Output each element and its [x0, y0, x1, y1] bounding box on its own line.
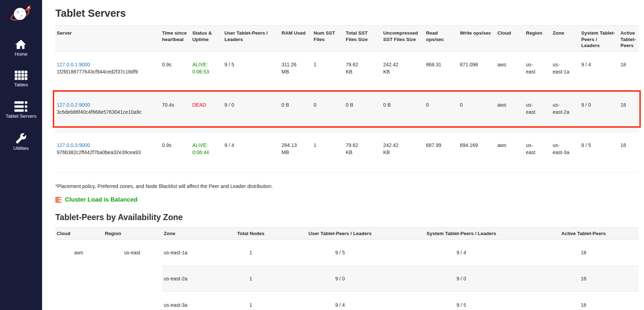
utilities-icon — [15, 133, 27, 144]
col-active-peers: Active Tablet-Peers — [619, 25, 639, 51]
cell-system-peers: 9 / 5 — [394, 292, 530, 310]
cell-read-ops: 687.99 — [425, 132, 458, 172]
col-active-peers: Active Tablet-Peers — [530, 228, 639, 240]
cell-user-peers: 9 / 4 — [223, 132, 280, 172]
cell-user-peers: 9 / 5 — [287, 240, 394, 266]
server-uuid: 1f2fd188777643cf944ced2f37c18df9 — [57, 69, 138, 75]
col-zone: Zone — [162, 228, 216, 240]
status-badge: ALIVE: — [192, 62, 208, 67]
cell-uncompressed-sst: 0 B — [383, 101, 391, 108]
az-section-title: Tablet-Peers by Availability Zone — [55, 213, 639, 223]
tablet-servers-table: Server Time since heartbeat Status & Upt… — [55, 25, 639, 173]
col-system-peers: System Tablet-Peers / Leaders — [394, 228, 530, 240]
cell-zone: us-east-3a — [553, 142, 571, 156]
cluster-load-label: Cluster Load is Balanced — [65, 196, 137, 203]
cell-user-peers: 9 / 4 — [287, 292, 394, 310]
col-region: Region — [524, 25, 551, 51]
cell-sst-size: 79.62 KB — [346, 142, 365, 156]
sidebar-item-tablet-servers[interactable]: Tablet Servers — [0, 101, 42, 119]
table-row: aws us-east us-east-1a 1 9 / 5 9 / 4 18 — [55, 240, 639, 266]
sidebar: Home Tables Tablet Servers — [0, 0, 42, 310]
cell-region: us-east — [526, 142, 541, 156]
sidebar-item-utilities[interactable]: Utilities — [0, 133, 42, 151]
cell-heartbeat: 70.4s — [161, 92, 191, 132]
servers-header-row: Server Time since heartbeat Status & Upt… — [55, 25, 639, 51]
cell-read-ops: 868.31 — [425, 51, 458, 92]
server-uuid: 976b382c2ff442f7ba0bea32e39cea93 — [57, 149, 141, 155]
sidebar-item-home[interactable]: Home — [0, 39, 42, 57]
status-badge: DEAD — [192, 102, 206, 108]
cell-zone: us-east-1a — [162, 240, 216, 266]
cell-active-peers: 18 — [619, 51, 639, 92]
cell-sst-size: 79.62 KB — [346, 61, 365, 76]
home-icon — [15, 39, 27, 50]
main-content: Tablet Servers Server Time since heartbe… — [42, 0, 644, 310]
server-address-link[interactable]: 127.0.0.2:9000 — [57, 102, 90, 108]
cell-write-ops: 694.169 — [458, 132, 496, 172]
cell-uncompressed-sst: 242.42 KB — [383, 61, 402, 76]
placement-policy-note: *Placement policy, Preferred zones, and … — [55, 183, 639, 189]
server-uuid: 3c6deb86f40c4f668e5763041ce10a9c — [57, 109, 142, 115]
cell-zone: us-east-2a — [553, 101, 571, 116]
server-address-link[interactable]: 127.0.0.3:9000 — [57, 142, 90, 148]
col-ram: RAM Used — [280, 25, 312, 51]
col-system-peers: System Tablet-Peers / Leaders — [580, 25, 619, 51]
col-cloud: Cloud — [55, 228, 103, 240]
cell-system-peers: 9 / 5 — [580, 132, 619, 172]
col-heartbeat: Time since heartbeat — [161, 25, 191, 51]
col-status: Status & Uptime — [191, 25, 223, 51]
cell-uncompressed-sst: 242.42 KB — [383, 142, 402, 156]
sidebar-item-label: Utilities — [0, 146, 42, 151]
cell-active-peers: 18 — [530, 292, 639, 310]
col-region: Region — [103, 228, 162, 240]
cell-user-peers: 9 / 0 — [287, 266, 394, 292]
cell-cloud: aws — [55, 240, 103, 310]
sidebar-item-label: Home — [0, 52, 42, 57]
sidebar-item-label: Tablet Servers — [0, 114, 42, 119]
sidebar-item-tables[interactable]: Tables — [0, 71, 42, 88]
table-row: 127.0.0.3:9000 976b382c2ff442f7ba0bea32e… — [55, 132, 639, 172]
cell-total-nodes: 1 — [216, 266, 287, 292]
col-uncompressed-sst: Uncompressed SST Files Size — [382, 25, 425, 51]
cell-write-ops: 0 — [458, 92, 496, 132]
tablet-servers-table-wrap: Server Time since heartbeat Status & Upt… — [55, 25, 639, 173]
cell-active-peers: 18 — [530, 266, 639, 292]
cell-zone: us-east-2a — [162, 266, 216, 292]
cell-read-ops: 0 — [425, 92, 458, 132]
cell-num-sst: 1 — [312, 51, 344, 92]
cell-zone: us-east-3a — [162, 292, 216, 310]
yugabyte-logo-icon[interactable] — [10, 4, 32, 24]
cell-ram: 311.26 MB — [282, 61, 301, 76]
az-header-row: Cloud Region Zone Total Nodes User Table… — [55, 228, 639, 240]
cell-region: us-east — [526, 61, 541, 76]
cell-zone: us-east-1a — [553, 61, 571, 76]
page-title: Tablet Servers — [55, 7, 639, 20]
cell-cloud: aws — [496, 132, 524, 172]
col-user-peers: User Tablet-Peers / Leaders — [287, 228, 394, 240]
cell-region: us-east — [526, 101, 541, 116]
sidebar-nav: Home Tables Tablet Servers — [0, 39, 42, 151]
cell-system-peers: 9 / 0 — [580, 92, 619, 132]
col-read-ops: Read ops/sec — [425, 25, 458, 51]
col-server: Server — [55, 25, 161, 51]
sidebar-item-label: Tables — [0, 82, 42, 88]
col-user-peers: User Tablet-Peers / Leaders — [223, 25, 280, 51]
cluster-load-status: Cluster Load is Balanced — [55, 196, 639, 203]
uptime-value: 0:06:44 — [192, 149, 209, 155]
tables-icon — [15, 71, 27, 81]
cell-region: us-east — [103, 240, 162, 310]
cell-user-peers: 9 / 5 — [223, 51, 280, 92]
col-sst-size: Total SST Files Size — [344, 25, 382, 51]
server-address-link[interactable]: 127.0.0.1:9000 — [57, 62, 90, 67]
load-balancer-icon — [55, 197, 62, 203]
cell-active-peers: 18 — [619, 92, 639, 132]
cell-num-sst: 0 — [312, 92, 344, 132]
cell-ram: 0 B — [282, 101, 289, 108]
table-row: 127.0.0.1:9000 1f2fd188777643cf944ced2f3… — [55, 51, 639, 92]
col-zone: Zone — [551, 25, 580, 51]
cell-system-peers: 9 / 0 — [394, 266, 530, 292]
cell-total-nodes: 1 — [216, 240, 287, 266]
cell-system-peers: 9 / 4 — [394, 240, 530, 266]
cell-cloud: aws — [496, 92, 524, 132]
cell-active-peers: 18 — [619, 132, 639, 172]
